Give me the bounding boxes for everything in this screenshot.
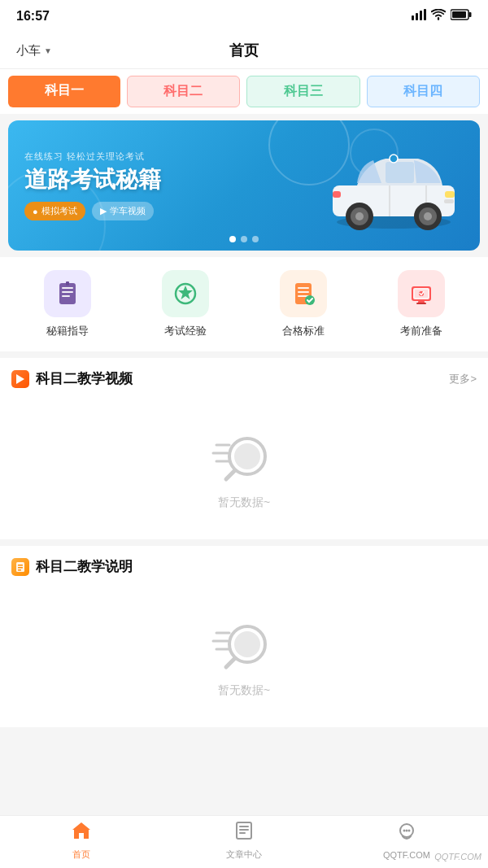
icon-item-kaoqian[interactable]: 考前准备 (398, 270, 445, 338)
doc-section-title: 科目二教学说明 (11, 557, 133, 576)
video-empty-icon (211, 421, 277, 486)
banner-title: 道路考试秘籍 (24, 168, 464, 193)
miji-icon (44, 270, 91, 317)
banner-dot-3[interactable] (252, 236, 259, 242)
nav-item-home[interactable]: 首页 (0, 816, 163, 868)
kaoqian-label: 考前准备 (400, 324, 442, 338)
article-icon (233, 820, 255, 846)
status-icons (412, 9, 472, 24)
svg-line-53 (226, 659, 234, 667)
video-btn-icon: ▶ (100, 206, 107, 216)
icon-item-kaoshi[interactable]: 考试经验 (162, 270, 209, 338)
svg-rect-0 (412, 15, 414, 20)
banner[interactable]: 在线练习 轻松过关理论考试 道路考试秘籍 ● 模拟考试 ▶ 学车视频 (8, 120, 480, 251)
community-icon (396, 822, 417, 848)
icon-item-hege[interactable]: 合格标准 (280, 270, 327, 338)
svg-point-42 (234, 443, 260, 469)
status-time: 16:57 (16, 9, 50, 24)
video-empty-text: 暂无数据~ (218, 495, 270, 510)
kaoshi-icon (162, 270, 209, 317)
dropdown-arrow-icon: ▼ (44, 46, 52, 55)
banner-dots (229, 236, 259, 242)
svg-point-63 (406, 829, 408, 831)
svg-point-52 (234, 631, 260, 657)
video-section-title: 科目二教学视频 (11, 369, 133, 388)
svg-rect-49 (18, 567, 23, 569)
svg-rect-30 (298, 287, 309, 289)
svg-point-64 (408, 829, 411, 831)
nav-item-article[interactable]: 文章中心 (163, 816, 325, 868)
doc-section-icon (11, 558, 29, 576)
icon-item-miji[interactable]: 秘籍指导 (44, 270, 91, 338)
svg-line-43 (226, 471, 234, 479)
home-icon (71, 820, 92, 846)
wifi-icon (431, 9, 446, 24)
header-vehicle-selector[interactable]: 小车 ▼ (16, 43, 52, 59)
doc-empty-state: 暂无数据~ (11, 584, 477, 727)
svg-marker-28 (178, 286, 193, 299)
doc-section-header: 科目二教学说明 (11, 546, 477, 584)
svg-rect-48 (18, 565, 23, 566)
doc-section: 科目二教学说明 暂无数据~ (0, 546, 488, 727)
video-section-icon (11, 370, 29, 388)
video-section-more[interactable]: 更多> (449, 372, 477, 386)
svg-rect-50 (18, 569, 21, 571)
kaoshi-label: 考试经验 (164, 324, 207, 338)
kaoqian-icon (398, 270, 445, 317)
svg-rect-5 (469, 12, 472, 17)
hege-label: 合格标准 (282, 324, 325, 338)
status-bar: 16:57 (0, 0, 488, 33)
banner-content: 在线练习 轻松过关理论考试 道路考试秘籍 ● 模拟考试 ▶ 学车视频 (24, 150, 464, 221)
subject-tab-4[interactable]: 科目四 (367, 76, 481, 107)
banner-dot-2[interactable] (241, 236, 247, 242)
svg-rect-25 (62, 295, 70, 297)
subject-tabs: 科目一 科目二 科目三 科目四 (0, 69, 488, 114)
svg-rect-39 (416, 303, 426, 304)
svg-rect-26 (66, 281, 69, 286)
vehicle-label: 小车 (16, 43, 41, 59)
doc-empty-icon (211, 608, 277, 674)
video-section: 科目二教学视频 更多> 暂无数据~ (0, 358, 488, 539)
svg-rect-58 (239, 826, 249, 827)
svg-rect-60 (239, 832, 246, 834)
video-section-header: 科目二教学视频 更多> (11, 358, 477, 396)
svg-rect-3 (424, 9, 426, 20)
battery-icon (451, 9, 472, 24)
banner-buttons: ● 模拟考试 ▶ 学车视频 (24, 202, 464, 220)
banner-subtitle: 在线练习 轻松过关理论考试 (24, 150, 464, 163)
doc-empty-text: 暂无数据~ (218, 683, 270, 698)
subject-tab-3[interactable]: 科目三 (246, 76, 360, 107)
svg-marker-40 (16, 374, 24, 384)
watermark: QQTF.COM (434, 852, 481, 861)
svg-rect-24 (62, 291, 73, 293)
video-empty-state: 暂无数据~ (11, 396, 477, 539)
icon-grid: 秘籍指导 考试经验 合格标准 (0, 257, 488, 351)
banner-btn-mock[interactable]: ● 模拟考试 (24, 202, 85, 220)
nav-label-community: QQTF.COM (383, 850, 430, 860)
subject-tab-1[interactable]: 科目一 (8, 76, 120, 107)
svg-rect-23 (62, 287, 73, 289)
hege-icon (280, 270, 327, 317)
nav-label-home: 首页 (72, 848, 90, 861)
nav-label-article: 文章中心 (226, 848, 262, 861)
miji-label: 秘籍指导 (46, 324, 89, 338)
svg-rect-31 (298, 291, 309, 293)
svg-rect-22 (59, 283, 76, 304)
header: 小车 ▼ 首页 (0, 33, 488, 69)
subject-tab-2[interactable]: 科目二 (127, 76, 241, 107)
banner-dot-1[interactable] (229, 236, 236, 242)
bottom-nav: 首页 文章中心 QQTF.COM (0, 815, 488, 868)
svg-point-62 (403, 829, 406, 831)
signal-icon (412, 9, 426, 24)
page-title: 首页 (229, 41, 259, 60)
banner-btn-video[interactable]: ▶ 学车视频 (92, 202, 154, 220)
svg-rect-1 (416, 13, 418, 20)
svg-rect-6 (452, 11, 466, 18)
svg-rect-2 (420, 11, 422, 20)
svg-rect-59 (239, 829, 249, 831)
mock-btn-icon: ● (33, 207, 38, 216)
